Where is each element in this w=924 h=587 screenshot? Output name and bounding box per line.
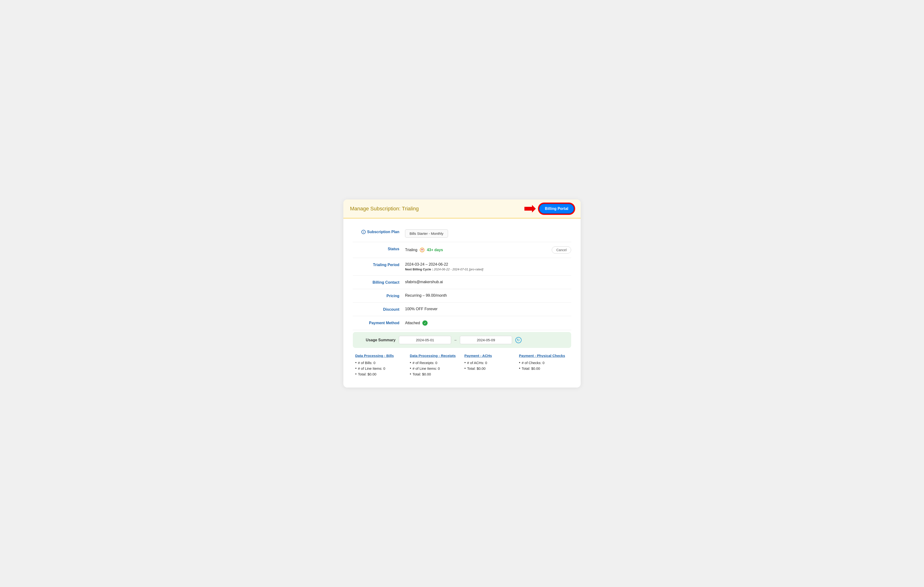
period-main: 2024-03-24 – 2024-06-22 [405,262,448,266]
list-item: # of Bills: 0 [355,360,405,365]
list-item: Total: $0.00 [410,372,460,376]
list-item: Total: $0.00 [519,366,569,370]
clock-icon: ⏰ [420,248,424,252]
status-text: Trialing [405,248,417,252]
check-icon: ✓ [422,321,427,326]
subscription-plan-label: i Subscription Plan [353,229,405,234]
pricing-row: Pricing Recurring – 99.00/month [353,289,571,303]
subscription-plan-value: Bills Starter - Monthly [405,229,571,238]
plan-box: Bills Starter - Monthly [405,229,448,238]
usage-col-checks-title[interactable]: Payment - Physical Checks [519,354,569,358]
list-item: # of Checks: 0 [519,360,569,365]
usage-summary-bar: Usage Summary – ↻ [353,332,571,348]
usage-col-checks: Payment - Physical Checks # of Checks: 0… [516,354,571,378]
refresh-icon[interactable]: ↻ [515,337,521,343]
page-title: Manage Subscription: Trialing [350,206,419,212]
payment-method-label: Payment Method [353,321,405,325]
title-subtitle: Trialing [401,206,419,212]
date-from-input[interactable] [399,336,451,344]
list-item: Total: $0.00 [355,372,405,376]
list-item: # of Line Items: 0 [355,366,405,370]
date-to-input[interactable] [460,336,512,344]
trialing-period-value: 2024-03-24 – 2024-06-22 Next Billing Cyc… [405,262,571,271]
discount-label: Discount [353,307,405,312]
status-value: Trialing ⏰ 43+ days Cancel [405,247,571,253]
header-right: Billing Portal [525,204,574,214]
date-dash: – [454,338,457,342]
status-label: Status [353,247,405,251]
cancel-button[interactable]: Cancel [552,247,571,253]
payment-method-row: Payment Method Attached ✓ [353,316,571,330]
usage-col-achs-title[interactable]: Payment - ACHs [464,354,514,358]
usage-col-bills-items: # of Bills: 0 # of Line Items: 0 Total: … [355,360,405,376]
trialing-period-label: Trialing Period [353,262,405,267]
usage-col-achs: Payment - ACHs # of ACHs: 0 Total: $0.00 [462,354,516,378]
usage-col-receipts-items: # of Receipts: 0 # of Line Items: 0 Tota… [410,360,460,376]
usage-col-bills: Data Processing - Bills # of Bills: 0 # … [353,354,408,378]
next-billing: Next Billing Cycle : 2024-06-22 - 2024-0… [405,268,483,271]
list-item: Total: $0.00 [464,366,514,370]
list-item: # of Line Items: 0 [410,366,460,370]
info-icon: i [361,230,366,234]
billing-contact-row: Billing Contact sfabris@makershub.ai [353,276,571,289]
usage-columns: Data Processing - Bills # of Bills: 0 # … [353,354,571,380]
trialing-period-row: Trialing Period 2024-03-24 – 2024-06-22 … [353,258,571,276]
subscription-card: Manage Subscription: Trialing Billing Po… [343,199,581,388]
header: Manage Subscription: Trialing Billing Po… [343,199,581,219]
billing-contact-label: Billing Contact [353,280,405,284]
payment-method-value: Attached ✓ [405,321,571,326]
discount-value: 100% OFF Forever [405,307,571,311]
svg-marker-0 [525,205,536,212]
discount-row: Discount 100% OFF Forever [353,303,571,316]
usage-col-receipts-title[interactable]: Data Processing - Receipts [410,354,460,358]
days-badge: 43+ days [427,248,443,252]
usage-col-bills-title[interactable]: Data Processing - Bills [355,354,405,358]
list-item: # of Receipts: 0 [410,360,460,365]
pricing-value: Recurring – 99.00/month [405,293,571,298]
usage-col-checks-items: # of Checks: 0 Total: $0.00 [519,360,569,370]
usage-col-achs-items: # of ACHs: 0 Total: $0.00 [464,360,514,370]
billing-portal-button[interactable]: Billing Portal [539,204,574,214]
usage-summary-label: Usage Summary [358,338,396,342]
arrow-icon [525,205,536,212]
subscription-plan-row: i Subscription Plan Bills Starter - Mont… [353,225,571,242]
content-area: i Subscription Plan Bills Starter - Mont… [343,219,581,388]
pricing-label: Pricing [353,293,405,298]
usage-col-receipts: Data Processing - Receipts # of Receipts… [408,354,462,378]
status-row: Status Trialing ⏰ 43+ days Cancel [353,242,571,258]
list-item: # of ACHs: 0 [464,360,514,365]
title-label: Manage Subscription: [350,206,401,212]
billing-contact-value: sfabris@makershub.ai [405,280,571,284]
